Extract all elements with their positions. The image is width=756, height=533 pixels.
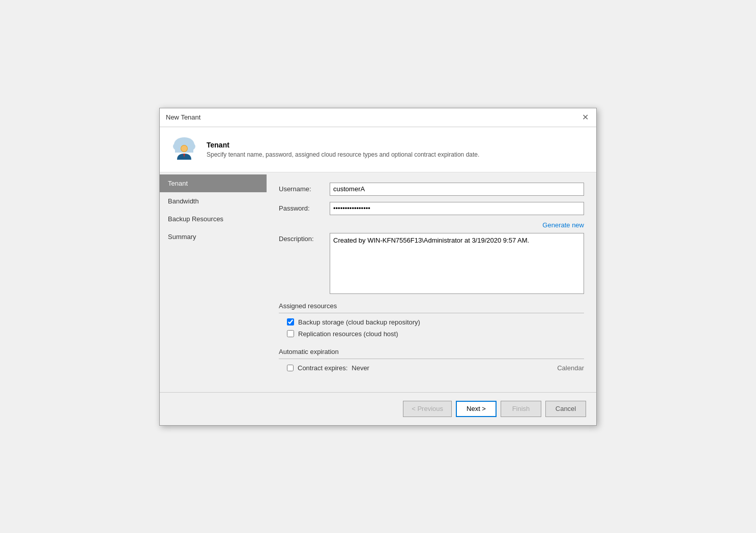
backup-storage-label: Backup storage (cloud backup repository): [298, 318, 420, 326]
content-area: Tenant Bandwidth Backup Resources Summar…: [160, 172, 596, 392]
dialog-title: New Tenant: [166, 113, 200, 121]
description-textarea[interactable]: Created by WIN-KFN7556F13\Administrator …: [330, 233, 584, 294]
backup-storage-row: Backup storage (cloud backup repository): [287, 318, 584, 326]
password-row: Password:: [279, 202, 584, 215]
svg-point-5: [181, 145, 187, 152]
header-area: Tenant Specify tenant name, password, as…: [160, 127, 596, 172]
previous-button[interactable]: < Previous: [403, 401, 452, 417]
footer: < Previous Next > Finish Cancel: [160, 392, 596, 425]
contract-value: Never: [352, 364, 369, 372]
password-input[interactable]: [330, 202, 584, 215]
sidebar-item-bandwidth[interactable]: Bandwidth: [160, 192, 267, 210]
username-label: Username:: [279, 185, 330, 193]
automatic-expiration-header: Automatic expiration: [279, 348, 584, 359]
sidebar-item-tenant[interactable]: Tenant: [160, 174, 267, 192]
sidebar: Tenant Bandwidth Backup Resources Summar…: [160, 172, 267, 392]
contract-expires-checkbox[interactable]: [287, 365, 294, 371]
header-text: Tenant Specify tenant name, password, as…: [207, 141, 479, 158]
title-bar: New Tenant ✕: [160, 108, 596, 127]
assigned-resources-section: Assigned resources Backup storage (cloud…: [279, 302, 584, 338]
sidebar-item-backup-resources[interactable]: Backup Resources: [160, 210, 267, 228]
description-row: Description: Created by WIN-KFN7556F13\A…: [279, 233, 584, 294]
generate-new-link[interactable]: Generate new: [542, 221, 584, 229]
cancel-button[interactable]: Cancel: [545, 401, 586, 417]
close-button[interactable]: ✕: [580, 112, 590, 123]
username-row: Username:: [279, 183, 584, 196]
generate-link-row: Generate new: [279, 221, 584, 229]
expiration-left: Contract expires: Never: [287, 364, 369, 372]
replication-row: Replication resources (cloud host): [287, 330, 584, 338]
replication-checkbox[interactable]: [287, 330, 294, 337]
new-tenant-dialog: New Tenant ✕ Tenant Specify tenant na: [159, 108, 597, 426]
password-label: Password:: [279, 204, 330, 212]
tenant-icon: [170, 135, 198, 164]
header-title: Tenant: [207, 141, 479, 149]
automatic-expiration-section: Automatic expiration Contract expires: N…: [279, 348, 584, 372]
description-label: Description:: [279, 233, 330, 243]
replication-label: Replication resources (cloud host): [298, 330, 398, 338]
finish-button[interactable]: Finish: [501, 401, 541, 417]
contract-label: Contract expires:: [298, 364, 347, 372]
calendar-button[interactable]: Calendar: [557, 364, 584, 372]
backup-storage-checkbox[interactable]: [287, 318, 294, 325]
sidebar-item-summary[interactable]: Summary: [160, 228, 267, 246]
header-subtitle: Specify tenant name, password, assigned …: [207, 151, 479, 158]
main-content: Username: Password: Generate new Descrip…: [267, 172, 596, 392]
contract-expires-row: Contract expires: Never Calendar: [287, 364, 584, 372]
username-input[interactable]: [330, 183, 584, 196]
assigned-resources-header: Assigned resources: [279, 302, 584, 313]
next-button[interactable]: Next >: [456, 401, 497, 417]
